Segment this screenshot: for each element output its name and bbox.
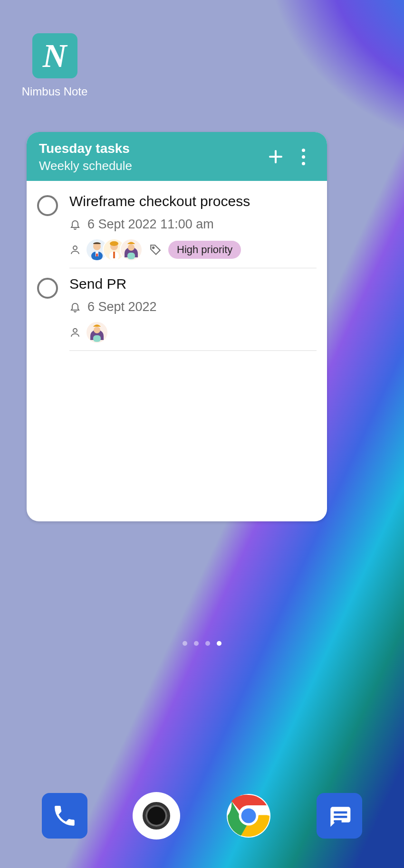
homescreen[interactable]: N Nimbus Note Tuesday tasks Weekly sched… [0,0,404,868]
app-label: Nimbus Note [19,85,90,98]
svg-point-13 [94,327,100,333]
svg-rect-10 [127,253,135,259]
dock-phone[interactable] [42,793,87,839]
task-title: Send PR [69,276,317,292]
page-indicator[interactable] [183,641,221,646]
assignee-icon [69,326,81,339]
task-body: Send PR 6 Sept 2022 [69,276,317,351]
task-checkbox[interactable] [37,195,58,216]
chrome-icon [226,793,271,839]
avatar-stack [86,321,108,344]
widget-subtitle: Weekly schedule [39,159,260,173]
svg-rect-18 [334,811,347,814]
svg-point-11 [153,247,154,248]
task-item[interactable]: Wireframe checkout process 6 Sept 2022 1… [27,186,327,268]
dock-camera[interactable] [133,792,180,840]
camera-lens-icon [143,802,170,830]
assignee-icon [69,244,81,256]
page-dot[interactable] [183,641,187,646]
avatar-stack [86,238,143,261]
dock [0,792,404,840]
task-list: Wireframe checkout process 6 Sept 2022 1… [27,181,327,351]
tag-icon [149,244,162,256]
task-checkbox[interactable] [37,278,58,299]
avatar [120,238,143,261]
task-date: 6 Sept 2022 [87,300,157,314]
nimbus-icon: N [32,33,77,78]
svg-rect-8 [113,252,115,258]
dock-messages[interactable] [317,793,362,839]
add-task-button[interactable] [264,145,287,168]
task-body: Wireframe checkout process 6 Sept 2022 1… [69,193,317,268]
phone-icon [51,802,78,829]
page-dot-active[interactable] [217,641,221,646]
reminder-icon [69,300,81,313]
task-date: 6 Sept 2022 11:00 am [87,217,214,232]
svg-point-12 [73,329,77,332]
avatar [86,321,108,344]
widget-title: Tuesday tasks [39,141,260,157]
svg-rect-4 [96,254,98,256]
task-item[interactable]: Send PR 6 Sept 2022 [27,268,327,351]
svg-point-6 [110,241,118,246]
svg-rect-14 [93,335,101,342]
messages-icon [326,802,353,829]
page-dot[interactable] [205,641,210,646]
svg-point-9 [128,244,135,251]
widget-titles[interactable]: Tuesday tasks Weekly schedule [39,141,260,173]
page-dot[interactable] [194,641,199,646]
divider [69,350,317,351]
plus-icon [269,150,282,163]
svg-rect-19 [334,816,347,818]
app-shortcut-nimbus[interactable]: N Nimbus Note [19,33,90,98]
widget-menu-button[interactable] [292,145,315,168]
nimbus-icon-letter: N [43,37,67,75]
widget-header: Tuesday tasks Weekly schedule [27,132,327,181]
priority-tag: High priority [168,241,241,259]
dock-chrome[interactable] [226,793,271,839]
divider [69,268,317,268]
svg-rect-20 [334,820,342,822]
reminder-icon [69,217,81,231]
more-vertical-icon [302,149,305,165]
svg-point-0 [73,246,77,250]
task-title: Wireframe checkout process [69,193,317,209]
tasks-widget[interactable]: Tuesday tasks Weekly schedule Wireframe … [27,132,327,521]
